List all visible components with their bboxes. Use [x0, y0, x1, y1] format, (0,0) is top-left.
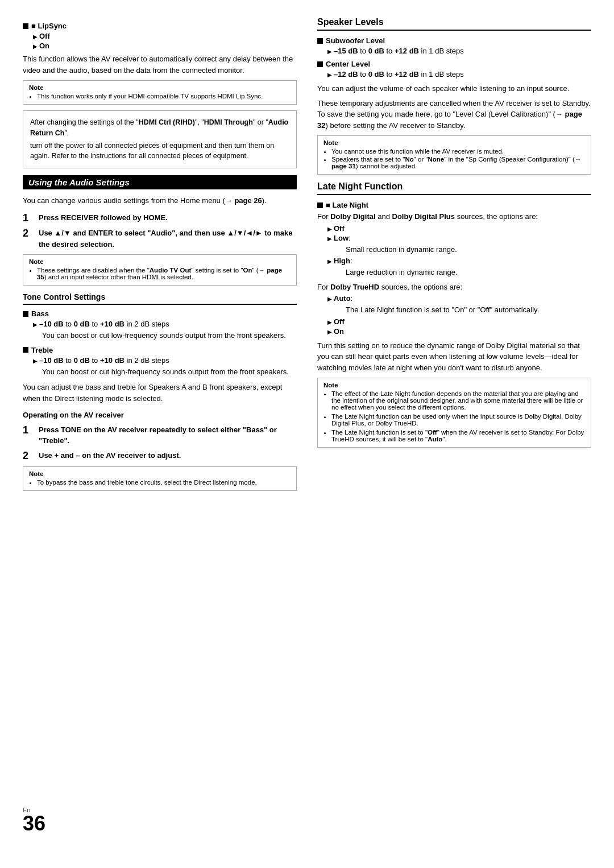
lipsync-on-label: On — [39, 42, 49, 50]
late-night-note-item-3: The Late Night function is set to "Off" … — [331, 429, 585, 443]
using-audio-title: Using the Audio Settings — [23, 175, 297, 189]
using-audio-note-list: These settings are disabled when the "Au… — [37, 267, 291, 280]
hdmi-warning-box: After changing the settings of the "HDMI… — [23, 110, 297, 168]
speaker-note-item-2: Speakers that are set to "No" or "None" … — [331, 156, 585, 170]
square-bullet-icon — [317, 61, 323, 67]
step-num-1: 1 — [23, 424, 35, 437]
tone-step-1: 1 Press TONE on the AV receiver repeated… — [23, 424, 297, 447]
subwoofer-range: –15 dB to 0 dB to +12 dB in 1 dB steps — [334, 47, 464, 55]
square-bullet-icon — [317, 38, 323, 44]
lipsync-on-item: On — [33, 42, 297, 50]
speaker-note: Note You cannot use this function while … — [317, 135, 591, 175]
page-footer: En 36 — [23, 807, 591, 834]
using-audio-steps: 1 Press RECEIVER followed by HOME. 2 Use… — [23, 212, 297, 250]
late-night-note-item-2: The Late Night function can be used only… — [331, 413, 585, 427]
center-header: Center Level — [317, 60, 591, 68]
step-num-2: 2 — [23, 450, 35, 462]
using-audio-note-item-1: These settings are disabled when the "Au… — [37, 267, 291, 280]
warning-line1: After changing the settings of the "HDMI… — [30, 117, 289, 139]
dolby-options: Off Low: Small reduction in dynamic rang… — [327, 224, 591, 278]
center-content: –12 dB to 0 dB to +12 dB in 1 dB steps — [327, 70, 591, 78]
step-num-1: 1 — [23, 212, 35, 225]
arrow-icon — [327, 70, 334, 78]
bass-content: –10 dB to 0 dB to +10 dB in 2 dB steps Y… — [33, 320, 297, 341]
truehd-intro: For Dolby TrueHD sources, the options ar… — [317, 282, 591, 293]
treble-header: Treble — [23, 346, 297, 354]
truehd-off-label: Off — [334, 317, 345, 326]
lipsync-section: ■ LipSync Off On This function allows th… — [23, 22, 297, 105]
lipsync-note: Note This function works only if your HD… — [23, 80, 297, 105]
step-text-1: Press RECEIVER followed by HOME. — [39, 212, 297, 224]
bass-label: Bass — [31, 309, 49, 318]
speaker-desc1: You can adjust the volume of each speake… — [317, 83, 591, 94]
subwoofer-label: Subwoofer Level — [326, 36, 385, 45]
treble-range: –10 dB to 0 dB to +10 dB in 2 dB steps — [39, 356, 169, 365]
bass-range-item: –10 dB to 0 dB to +10 dB in 2 dB steps — [33, 320, 297, 328]
dolby-intro: For Dolby Digital and Dolby Digital Plus… — [317, 211, 591, 222]
square-bullet-icon — [23, 23, 28, 29]
subwoofer-range-item: –15 dB to 0 dB to +12 dB in 1 dB steps — [327, 47, 591, 55]
late-night-section: Late Night Function ■ Late Night For Dol… — [317, 181, 591, 448]
right-column: Speaker Levels Subwoofer Level –15 dB to… — [317, 17, 591, 795]
left-column: ■ LipSync Off On This function allows th… — [23, 17, 297, 795]
subwoofer-header: Subwoofer Level — [317, 36, 591, 45]
arrow-icon — [327, 294, 334, 303]
late-night-main-desc: Turn this setting on to reduce the dynam… — [317, 340, 591, 374]
operating-header: Operating on the AV receiver — [23, 410, 297, 421]
two-column-layout: ■ LipSync Off On This function allows th… — [23, 17, 591, 795]
bass-header: Bass — [23, 309, 297, 318]
late-night-label: ■ Late Night — [326, 201, 368, 209]
arrow-icon — [33, 42, 39, 50]
dolby-off-item: Off — [327, 224, 591, 233]
dolby-high-item: High: — [327, 257, 591, 265]
warning-line2: turn off the power to all connected piec… — [30, 140, 289, 162]
speaker-note-item-1: You cannot use this function while the A… — [331, 148, 585, 155]
page-number-area: En 36 — [23, 807, 45, 834]
square-bullet-icon — [23, 347, 28, 353]
late-night-note-item-1: The effect of the Late Night function de… — [331, 390, 585, 411]
lipsync-off-label: Off — [39, 32, 50, 40]
tone-note-title: Note — [29, 470, 291, 477]
dolby-high-desc: Large reduction in dynamic range. — [346, 267, 591, 278]
late-night-title: Late Night Function — [317, 181, 591, 195]
speaker-levels-title: Speaker Levels — [317, 17, 591, 31]
arrow-icon — [33, 32, 39, 40]
center-range: –12 dB to 0 dB to +12 dB in 1 dB steps — [334, 70, 464, 78]
arrow-icon — [327, 257, 334, 265]
dolby-low-label: Low: — [334, 234, 351, 242]
center-range-item: –12 dB to 0 dB to +12 dB in 1 dB steps — [327, 70, 591, 78]
arrow-icon — [33, 356, 39, 365]
truehd-auto-label: Auto — [334, 294, 351, 303]
lipsync-description: This function allows the AV receiver to … — [23, 53, 297, 76]
arrow-icon — [327, 234, 334, 242]
dolby-low-desc: Small reduction in dynamic range. — [346, 244, 591, 255]
step-text-2: Use ▲/▼ and ENTER to select "Audio", and… — [39, 228, 297, 250]
lipsync-label: ■ LipSync — [31, 22, 67, 30]
bass-desc: You can boost or cut low-frequency sound… — [42, 330, 297, 341]
dolby-off-label: Off — [334, 224, 345, 233]
tone-footer: You can adjust the bass and treble for S… — [23, 382, 297, 404]
bass-range: –10 dB to 0 dB to +10 dB in 2 dB steps — [39, 320, 169, 328]
truehd-on-label: On — [334, 327, 344, 336]
treble-range-item: –10 dB to 0 dB to +10 dB in 2 dB steps — [33, 356, 297, 365]
arrow-icon — [33, 320, 39, 328]
speaker-levels-section: Speaker Levels Subwoofer Level –15 dB to… — [317, 17, 591, 175]
using-audio-note-title: Note — [29, 258, 291, 265]
tone-note: Note To bypass the bass and treble tone … — [23, 466, 297, 491]
subwoofer-content: –15 dB to 0 dB to +12 dB in 1 dB steps — [327, 47, 591, 55]
treble-content: –10 dB to 0 dB to +10 dB in 2 dB steps Y… — [33, 356, 297, 378]
lipsync-note-item: This function works only if your HDMI-co… — [37, 93, 291, 100]
square-bullet-icon — [317, 202, 323, 208]
speaker-note-list: You cannot use this function while the A… — [331, 148, 585, 170]
late-night-note-title: Note — [323, 382, 585, 388]
dolby-high-label: High: — [334, 257, 352, 265]
arrow-icon — [327, 224, 334, 233]
treble-desc: You can boost or cut high-frequency soun… — [42, 366, 297, 378]
tone-note-item: To bypass the bass and treble tone circu… — [37, 479, 291, 486]
tone-step-2: 2 Use + and – on the AV receiver to adju… — [23, 450, 297, 462]
truehd-auto-item: Auto: — [327, 294, 591, 303]
lipsync-options: Off On — [33, 32, 297, 50]
page-number: 36 — [23, 813, 45, 834]
tone-note-list: To bypass the bass and treble tone circu… — [37, 479, 291, 486]
speaker-note-title: Note — [323, 139, 585, 146]
